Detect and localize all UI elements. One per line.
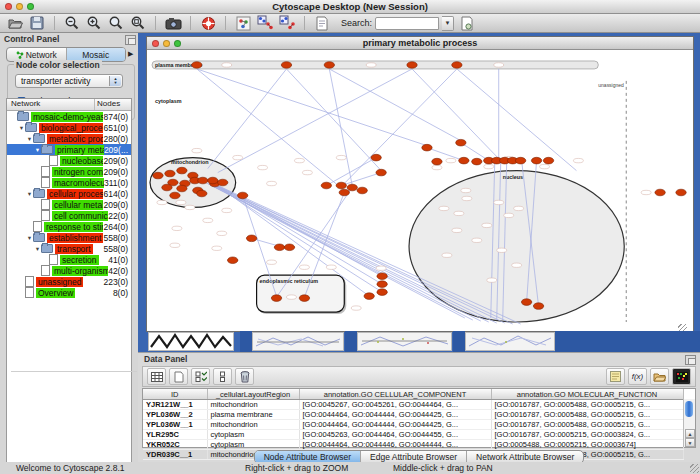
- attribute-list-icon[interactable]: [213, 368, 232, 385]
- background-window-thumbnail[interactable]: [148, 332, 234, 351]
- background-window-thumbnail[interactable]: [465, 332, 555, 351]
- network-node[interactable]: [228, 257, 238, 264]
- help-icon[interactable]: [199, 15, 217, 31]
- network-node[interactable]: [377, 273, 387, 280]
- zoom-out-icon[interactable]: [63, 15, 81, 31]
- network-node[interactable]: [456, 139, 466, 146]
- search-input[interactable]: [375, 17, 439, 30]
- tree-row[interactable]: mosaic-demo-yeast874(0): [7, 111, 131, 122]
- network-node[interactable]: [324, 62, 334, 69]
- network-node[interactable]: [237, 192, 247, 199]
- formula-icon[interactable]: f(x): [628, 368, 647, 385]
- scroll-down-button[interactable]: ▼: [685, 438, 695, 447]
- tree-row[interactable]: nitrogen compo209(0): [7, 166, 131, 177]
- tree-row[interactable]: ▼metabolic process280(0): [7, 133, 131, 144]
- network-node[interactable]: [452, 62, 462, 69]
- open-file-icon[interactable]: [6, 15, 24, 31]
- app-resize-grip[interactable]: [690, 464, 699, 473]
- scroll-up-button[interactable]: ▲: [685, 429, 695, 438]
- table-row[interactable]: YLR295Ccytoplasm[GO:0045263, GO:0044464,…: [143, 430, 683, 440]
- table-row[interactable]: YKR052Ccytoplasm[GO:0044464, GO:0044446,…: [143, 440, 683, 450]
- network-node[interactable]: [521, 299, 531, 306]
- tree-row[interactable]: secretion41(0): [7, 254, 131, 265]
- network-node[interactable]: [321, 182, 331, 189]
- notes-icon[interactable]: [606, 368, 625, 385]
- network-node[interactable]: [531, 157, 541, 164]
- node-color-dropdown[interactable]: transporter activity ▲▼: [15, 74, 123, 88]
- network-node[interactable]: [281, 62, 291, 69]
- tree-row[interactable]: macromolecule311(0): [7, 177, 131, 188]
- table-column-header[interactable]: _cellularLayoutRegion: [207, 389, 299, 400]
- tree-row[interactable]: cellular metabo209(0): [7, 199, 131, 210]
- table-row[interactable]: YPL036W__2plasma membrane[GO:0044464, GO…: [143, 410, 683, 420]
- network-node[interactable]: [218, 179, 228, 186]
- expand-arrow-icon[interactable]: ▼: [26, 191, 33, 197]
- scrollbar-thumb[interactable]: [685, 401, 693, 417]
- vizmapper-icon[interactable]: [234, 15, 252, 31]
- snapshot-icon[interactable]: [164, 15, 182, 31]
- delete-attribute-icon[interactable]: [235, 368, 254, 385]
- network-node[interactable]: [533, 303, 543, 310]
- network-node[interactable]: [165, 170, 175, 177]
- network-node[interactable]: [177, 185, 187, 192]
- network-node[interactable]: [198, 177, 208, 184]
- network-window-titlebar[interactable]: primary metabolic process: [147, 37, 693, 50]
- table-vertical-scrollbar[interactable]: ▲ ▼: [683, 399, 695, 447]
- zoom-selected-icon[interactable]: [129, 15, 147, 31]
- tree-row[interactable]: cell communicat22(0): [7, 210, 131, 221]
- table-row[interactable]: YPL036W__1mitochondrion[GO:0044464, GO:0…: [143, 420, 683, 430]
- network-node[interactable]: [364, 293, 374, 300]
- plugin-icon[interactable]: [458, 15, 476, 31]
- tree-column-nodes[interactable]: Nodes: [95, 99, 131, 110]
- layout-edges-icon[interactable]: [278, 15, 296, 31]
- network-node[interactable]: [170, 192, 180, 199]
- table-column-header[interactable]: annotation.GO CELLULAR_COMPONENT: [299, 389, 491, 400]
- network-node[interactable]: [336, 182, 346, 189]
- network-node[interactable]: [357, 187, 367, 194]
- table-column-header[interactable]: ID: [143, 389, 207, 400]
- table-row[interactable]: YJR121W__1mitochondrion[GO:0045267, GO:0…: [143, 400, 683, 410]
- network-node[interactable]: [299, 295, 309, 302]
- network-node[interactable]: [246, 235, 256, 242]
- background-window-thumbnail[interactable]: [252, 332, 344, 351]
- network-node[interactable]: [208, 177, 218, 184]
- float-panel-icon[interactable]: [125, 35, 136, 45]
- network-node[interactable]: [271, 295, 281, 302]
- network-node[interactable]: [284, 244, 294, 251]
- import-table-icon[interactable]: [650, 368, 669, 385]
- tree-row[interactable]: ▼establishment of lo558(0): [7, 232, 131, 243]
- save-icon[interactable]: [28, 15, 46, 31]
- zoom-in-icon[interactable]: [85, 15, 103, 31]
- search-dropdown-arrow-icon[interactable]: ▼: [442, 16, 454, 31]
- network-node[interactable]: [339, 189, 349, 196]
- network-node[interactable]: [162, 184, 172, 191]
- layout-nodes-icon[interactable]: [256, 15, 274, 31]
- network-node[interactable]: [459, 157, 469, 164]
- network-node[interactable]: [377, 289, 387, 296]
- network-node[interactable]: [422, 144, 432, 151]
- network-node[interactable]: [543, 157, 553, 164]
- network-node[interactable]: [472, 158, 482, 165]
- tree-row[interactable]: multi-organism pro42(0): [7, 265, 131, 276]
- network-node[interactable]: [347, 184, 357, 191]
- expand-arrow-icon[interactable]: ▼: [18, 125, 25, 131]
- matrix-icon[interactable]: [672, 368, 691, 385]
- new-attribute-icon[interactable]: [169, 368, 188, 385]
- tree-row[interactable]: ▼transport558(0): [7, 243, 131, 254]
- tab-overflow-arrow-icon[interactable]: ▶: [128, 50, 133, 58]
- zoom-fit-icon[interactable]: [107, 15, 125, 31]
- network-node[interactable]: [377, 281, 387, 288]
- expand-arrow-icon[interactable]: ▼: [34, 246, 41, 252]
- network-node[interactable]: [407, 62, 417, 69]
- tree-row[interactable]: nucleobase-209(0): [7, 155, 131, 166]
- expand-arrow-icon[interactable]: ▼: [34, 147, 41, 153]
- network-canvas[interactable]: plasma membrane cytoplasm mitochondrion …: [148, 51, 692, 330]
- background-window-thumbnail[interactable]: [357, 332, 452, 351]
- network-node[interactable]: [274, 244, 284, 251]
- network-node[interactable]: [655, 189, 665, 196]
- attribute-checklist-icon[interactable]: [191, 368, 210, 385]
- tree-row[interactable]: Overview8(0): [7, 287, 131, 298]
- tree-row[interactable]: response to stimulu264(0): [7, 221, 131, 232]
- network-node[interactable]: [177, 167, 187, 174]
- float-data-panel-icon[interactable]: [685, 355, 696, 365]
